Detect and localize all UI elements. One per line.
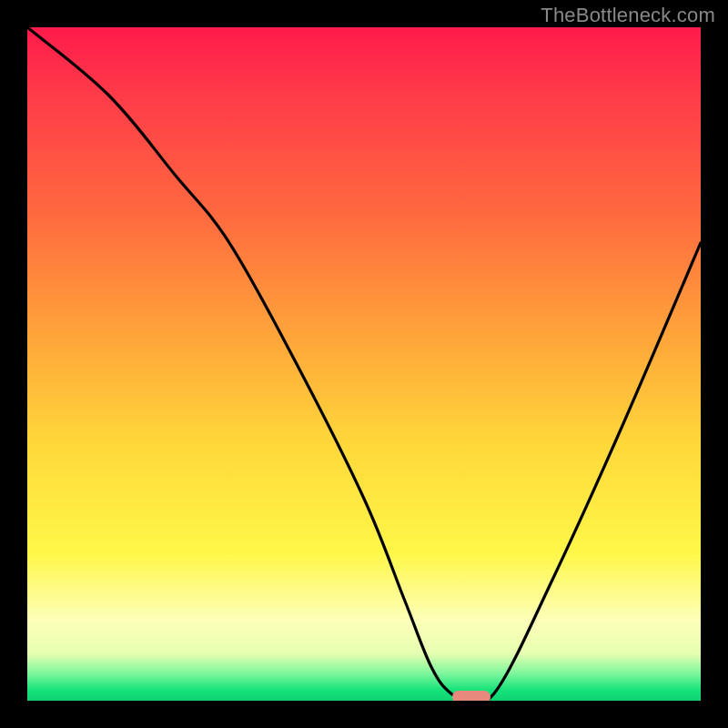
curve-svg <box>27 27 701 701</box>
chart-container: TheBottleneck.com <box>0 0 728 728</box>
bottleneck-curve <box>27 27 701 701</box>
plot-area <box>27 27 701 701</box>
watermark-text: TheBottleneck.com <box>541 4 715 27</box>
optimal-marker <box>452 691 490 701</box>
